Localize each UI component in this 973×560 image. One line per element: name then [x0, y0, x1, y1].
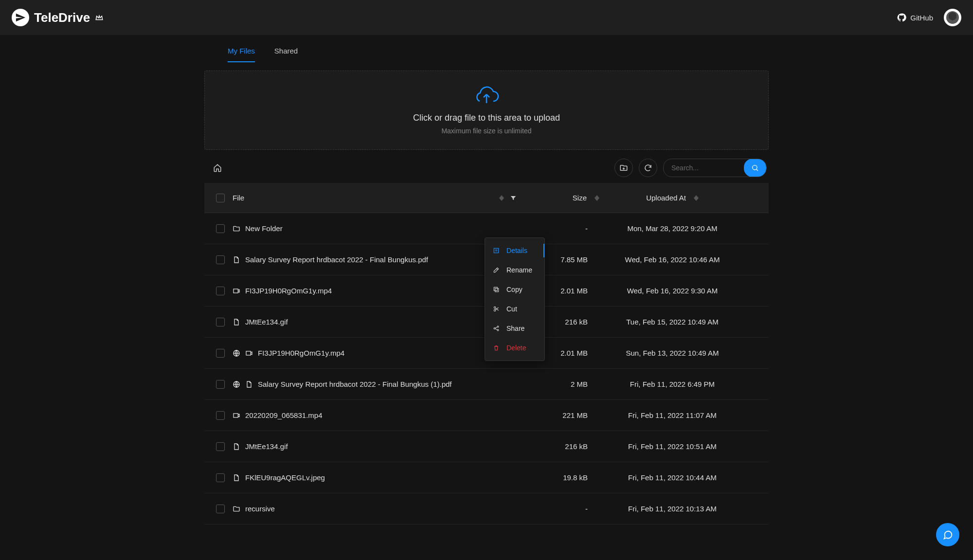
- file-date: Wed, Feb 16, 2022 9:30 AM: [599, 287, 745, 295]
- ctx-details[interactable]: Details: [485, 241, 544, 260]
- file-name: JMtEe134.gif: [245, 318, 288, 326]
- svg-rect-5: [234, 414, 238, 417]
- tab-my-files[interactable]: My Files: [228, 40, 255, 62]
- select-all-checkbox[interactable]: [216, 194, 225, 202]
- file-name: Salary Survey Report hrdbacot 2022 - Fin…: [258, 380, 452, 388]
- ctx-cut[interactable]: Cut: [485, 299, 544, 319]
- file-date: Wed, Feb 16, 2022 10:46 AM: [599, 255, 745, 264]
- file-date: Tue, Feb 15, 2022 10:49 AM: [599, 318, 745, 326]
- file-cell[interactable]: JMtEe134.gif: [233, 442, 517, 451]
- column-uploaded[interactable]: Uploaded At: [599, 194, 745, 202]
- file-date: Sun, Feb 13, 2022 10:49 AM: [599, 349, 745, 357]
- row-checkbox[interactable]: [216, 255, 225, 264]
- table-row[interactable]: 20220209_065831.mp4221 MBFri, Feb 11, 20…: [204, 400, 769, 431]
- file-name: FI3JP19H0RgOmG1y.mp4: [245, 287, 332, 295]
- upload-dropzone[interactable]: Click or drag file to this area to uploa…: [204, 71, 769, 150]
- table-row[interactable]: Salary Survey Report hrdbacot 2022 - Fin…: [204, 369, 769, 400]
- file-icon: [233, 256, 240, 264]
- file-cell[interactable]: Salary Survey Report hrdbacot 2022 - Fin…: [233, 380, 517, 388]
- file-size: -: [517, 505, 599, 513]
- github-icon: [897, 13, 906, 22]
- brand-logo[interactable]: TeleDrive: [12, 9, 104, 26]
- svg-point-0: [753, 165, 757, 170]
- folder-plus-icon: [619, 163, 628, 172]
- file-cell[interactable]: FI3JP19H0RgOmG1y.mp4: [233, 287, 517, 295]
- brand-name: TeleDrive: [34, 10, 90, 25]
- file-name: Salary Survey Report hrdbacot 2022 - Fin…: [245, 255, 428, 264]
- file-name: FI3JP19H0RgOmG1y.mp4: [258, 349, 344, 357]
- sort-icon: [694, 195, 699, 201]
- folder-icon: [233, 225, 240, 233]
- cut-icon: [493, 306, 501, 312]
- chat-icon: [942, 529, 953, 540]
- add-folder-button[interactable]: [614, 159, 633, 177]
- dropzone-subtitle: Maximum file size is unlimited: [205, 127, 768, 135]
- row-checkbox[interactable]: [216, 224, 225, 233]
- table-header: File Size Uploaded At: [204, 183, 769, 213]
- svg-rect-7: [495, 289, 499, 292]
- svg-rect-8: [494, 287, 497, 290]
- file-date: Mon, Mar 28, 2022 9:20 AM: [599, 224, 745, 233]
- table-row[interactable]: FKlEU9ragAQEGLv.jpeg19.8 kBFri, Feb 11, …: [204, 462, 769, 493]
- row-checkbox[interactable]: [216, 505, 225, 513]
- row-checkbox[interactable]: [216, 318, 225, 326]
- ctx-share[interactable]: Share: [485, 319, 544, 338]
- file-date: Fri, Feb 11, 2022 6:49 PM: [599, 380, 745, 388]
- file-date: Fri, Feb 11, 2022 10:13 AM: [599, 505, 745, 513]
- file-name: 20220209_065831.mp4: [245, 411, 322, 419]
- file-name: JMtEe134.gif: [245, 442, 288, 451]
- row-checkbox[interactable]: [216, 287, 225, 295]
- file-cell[interactable]: New Folder: [233, 224, 517, 233]
- file-size: 19.8 kB: [517, 473, 599, 482]
- file-cell[interactable]: Salary Survey Report hrdbacot 2022 - Fin…: [233, 255, 517, 264]
- filter-icon[interactable]: [510, 195, 517, 201]
- video-icon: [233, 287, 240, 295]
- file-icon: [233, 474, 240, 482]
- toolbar: [204, 150, 769, 183]
- video-icon: [233, 412, 240, 419]
- trash-icon: [493, 344, 501, 351]
- ctx-rename[interactable]: Rename: [485, 260, 544, 280]
- file-icon: [233, 443, 240, 451]
- file-size: -: [517, 224, 599, 233]
- tab-shared[interactable]: Shared: [274, 40, 298, 62]
- video-icon: [245, 349, 253, 357]
- breadcrumb-home-icon[interactable]: [210, 161, 225, 175]
- file-cell[interactable]: FI3JP19H0RgOmG1y.mp4: [233, 349, 517, 357]
- file-size: 2 MB: [517, 380, 599, 388]
- share-icon: [493, 325, 501, 332]
- row-checkbox[interactable]: [216, 349, 225, 358]
- file-cell[interactable]: 20220209_065831.mp4: [233, 411, 517, 419]
- search-input[interactable]: [664, 164, 744, 172]
- context-menu: Details Rename Copy Cut Share Delete: [485, 237, 545, 361]
- file-cell[interactable]: FKlEU9ragAQEGLv.jpeg: [233, 473, 517, 482]
- file-cell[interactable]: JMtEe134.gif: [233, 318, 517, 326]
- column-file[interactable]: File: [233, 194, 517, 202]
- table-row[interactable]: JMtEe134.gif216 kBFri, Feb 11, 2022 10:5…: [204, 431, 769, 462]
- app-header: TeleDrive GitHub: [0, 0, 973, 35]
- file-name: FKlEU9ragAQEGLv.jpeg: [245, 473, 325, 482]
- row-checkbox[interactable]: [216, 380, 225, 389]
- table-row[interactable]: recursive-Fri, Feb 11, 2022 10:13 AM: [204, 493, 769, 524]
- row-checkbox[interactable]: [216, 473, 225, 482]
- telegram-cloud-icon: [12, 9, 29, 26]
- details-icon: [493, 247, 501, 254]
- file-name: New Folder: [245, 224, 283, 233]
- file-icon: [245, 380, 253, 388]
- search-button[interactable]: [744, 159, 766, 177]
- file-cell[interactable]: recursive: [233, 505, 517, 513]
- refresh-button[interactable]: [639, 159, 657, 177]
- row-checkbox[interactable]: [216, 411, 225, 420]
- dropzone-title: Click or drag file to this area to uploa…: [205, 113, 768, 123]
- copy-icon: [493, 286, 501, 293]
- column-size[interactable]: Size: [517, 194, 599, 202]
- avatar[interactable]: [944, 9, 961, 26]
- chat-fab[interactable]: [936, 523, 959, 546]
- ctx-copy[interactable]: Copy: [485, 280, 544, 299]
- row-checkbox[interactable]: [216, 442, 225, 451]
- github-link[interactable]: GitHub: [897, 13, 933, 22]
- file-date: Fri, Feb 11, 2022 10:51 AM: [599, 442, 745, 451]
- file-name: recursive: [245, 505, 275, 513]
- ctx-delete[interactable]: Delete: [485, 338, 544, 358]
- refresh-icon: [644, 163, 652, 172]
